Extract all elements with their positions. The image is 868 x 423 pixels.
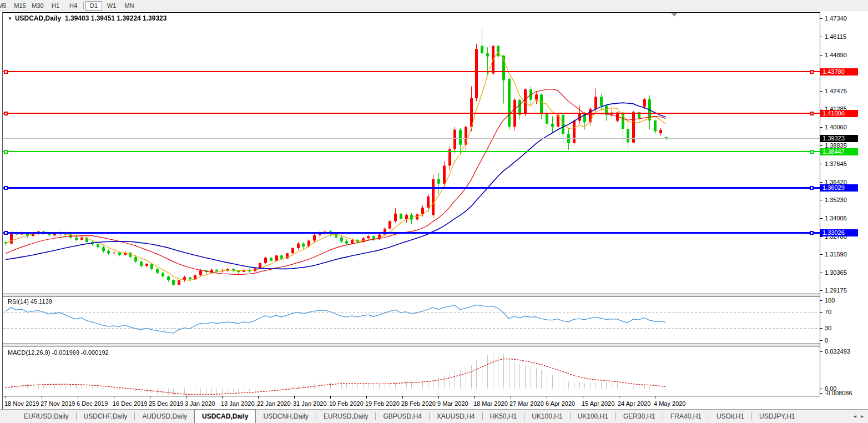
timeframe-h1-button[interactable]: H1 [47, 1, 64, 11]
date-tick-mark [438, 396, 439, 399]
chart-tab-usdcad-daily[interactable]: USDCAD,Daily [194, 410, 256, 423]
chart-tab-usoil-h1[interactable]: USOil,H1 [709, 410, 751, 423]
price-axis-tick-label: 1.40060 [825, 124, 847, 130]
price-axis-tick-label: 1.37645 [825, 160, 847, 167]
chart-tab-hk50-h1[interactable]: HK50,H1 [483, 410, 524, 423]
date-tick-mark [583, 396, 583, 399]
last-price-line [3, 138, 820, 139]
quick-trade-arrow-icon[interactable]: ▼ [8, 16, 12, 21]
macd-axis-tick-label: -0.008086 [825, 390, 852, 396]
chart-tab-xauusd-h4[interactable]: XAUUSD,H4 [430, 410, 482, 423]
chart-tab-usdjpy-h1[interactable]: USDJPY,H1 [752, 410, 802, 423]
hline-handle[interactable] [4, 186, 8, 190]
hline-handle[interactable] [4, 70, 8, 74]
price-axis-tick-label: 1.30365 [825, 269, 847, 276]
date-tick-mark [330, 396, 331, 399]
rsi-axis-tick-label: 0 [825, 337, 828, 344]
timeframe-mn-button[interactable]: MN [121, 1, 138, 11]
date-tick-mark [42, 396, 42, 399]
hline-handle[interactable] [4, 231, 8, 235]
date-axis-label: 27 Mar 2020 [509, 400, 544, 407]
axis-tick-mark [820, 164, 822, 164]
price-label-badge: 1.36029 [820, 184, 858, 192]
chart-title: ▼USDCAD,Daily 1.39403 1.39451 1.39224 1.… [8, 14, 166, 22]
hline-handle[interactable] [810, 70, 814, 74]
date-axis-label: 6 Dec 2019 [77, 400, 108, 407]
hline-handle[interactable] [4, 150, 8, 154]
price-label-badge: 1.33026 [820, 229, 858, 236]
horizontal-line-1.43780[interactable] [3, 71, 820, 72]
timeframe-m5-button[interactable]: M5 [0, 1, 11, 11]
axis-tick-mark [820, 218, 822, 219]
price-axis-tick-label: 1.44890 [825, 52, 847, 58]
chart-symbol: USDCAD,Daily [15, 14, 61, 22]
price-axis-tick-label: 1.35230 [825, 197, 847, 203]
date-axis-label: 9 Mar 2020 [437, 400, 468, 407]
chart-tab-eurusd-daily[interactable]: EURUSD,Daily [316, 410, 376, 423]
hline-handle[interactable] [4, 112, 8, 115]
hline-handle[interactable] [810, 231, 814, 235]
price-axis-tick-label: 1.42475 [825, 88, 847, 94]
date-axis-label: 28 Feb 2020 [401, 400, 436, 407]
date-axis-label: 31 Jan 2020 [293, 400, 327, 407]
horizontal-line-1.36029[interactable] [3, 187, 820, 189]
rsi-subwindow[interactable] [3, 296, 820, 344]
chart-shift-marker-icon[interactable] [671, 13, 678, 17]
axis-tick-mark [820, 254, 822, 255]
chart-tab-usdcnh-daily[interactable]: USDCNH,Daily [256, 410, 315, 423]
hline-handle[interactable] [810, 112, 814, 115]
date-tick-mark [511, 396, 511, 399]
chart-tab-usdchf-daily[interactable]: USDCHF,Daily [77, 410, 135, 423]
date-axis-label: 25 Dec 2019 [149, 400, 183, 407]
date-axis-label: 22 Jan 2020 [257, 400, 291, 407]
date-tick-mark [655, 396, 655, 399]
date-tick-mark [78, 396, 78, 399]
horizontal-line-1.33026[interactable] [3, 232, 820, 234]
main-chart-area[interactable] [3, 13, 820, 294]
price-axis-tick-label: 1.34005 [825, 215, 847, 221]
chart-tab-bar: EURUSD,DailyUSDCHF,DailyAUDUSD,DailyUSDC… [0, 409, 868, 423]
timeframe-m15-button[interactable]: M15 [12, 1, 28, 11]
timeframe-m30-button[interactable]: M30 [29, 1, 46, 11]
chart-tab-audusd-daily[interactable]: AUDUSD,Daily [135, 410, 194, 423]
axis-tick-mark [820, 236, 822, 237]
chart-tab-uk100-h1[interactable]: UK100,H1 [571, 410, 615, 423]
price-axis-tick-label: 1.47340 [825, 15, 847, 22]
price-label-badge: 1.38447 [820, 148, 858, 155]
axis-tick-mark [820, 200, 822, 200]
horizontal-line-1.38447[interactable] [3, 151, 820, 152]
horizontal-line-1.41000[interactable] [3, 113, 820, 114]
price-label-badge: 1.43780 [820, 68, 858, 75]
hline-handle[interactable] [810, 186, 814, 190]
axis-tick-mark [820, 312, 822, 313]
chart-tab-eurusd-daily[interactable]: EURUSD,Daily [17, 410, 76, 423]
chart-tab-fra40-h1[interactable]: FRA40,H1 [663, 410, 709, 423]
timeframe-toolbar: M5M15M30H1H4D1W1MN [0, 0, 868, 11]
timeframe-d1-button[interactable]: D1 [85, 1, 102, 11]
price-label-badge: 1.41000 [820, 110, 858, 117]
timeframe-h4-button[interactable]: H4 [65, 1, 82, 11]
date-axis-label: 18 Mar 2020 [473, 400, 508, 407]
axis-tick-mark [820, 109, 822, 109]
macd-indicator-label: MACD(12,26,9) -0.001969 -0.000192 [8, 349, 109, 356]
date-tick-mark [402, 396, 403, 399]
chart-tab-ger30-h1[interactable]: GER30,H1 [616, 410, 663, 423]
axis-tick-mark [820, 273, 822, 273]
toolbar-shadow [0, 11, 868, 11]
hline-handle[interactable] [810, 150, 814, 154]
date-tick-mark [294, 396, 295, 399]
chart-tab-gbpusd-h4[interactable]: GBPUSD,H4 [376, 410, 428, 423]
macd-subwindow[interactable] [3, 346, 820, 396]
date-tick-mark [366, 396, 367, 399]
toolbar-separator [83, 2, 84, 9]
axis-tick-mark [820, 37, 822, 37]
date-axis-label: 13 Jan 2020 [221, 400, 255, 407]
tabs-scroll-left-icon[interactable]: ◂ [854, 413, 856, 419]
tabs-scroll-right-icon[interactable]: ▸ [861, 413, 864, 419]
price-axis-tick-label: 1.29175 [825, 287, 847, 294]
date-tick-mark [150, 396, 150, 399]
date-tick-mark [619, 396, 619, 399]
axis-tick-mark [820, 300, 822, 301]
chart-tab-uk100-h1[interactable]: UK100,H1 [524, 410, 569, 423]
timeframe-w1-button[interactable]: W1 [103, 1, 120, 11]
